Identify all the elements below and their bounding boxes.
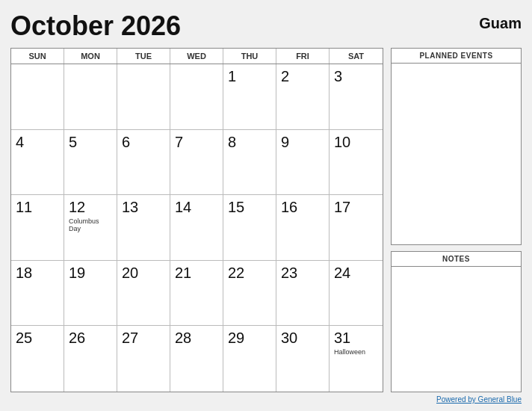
calendar-cell: 26 (64, 326, 117, 392)
day-number: 9 (281, 133, 289, 151)
calendar-cell: 17 (330, 195, 383, 261)
day-number: 1 (228, 67, 236, 85)
day-number: 8 (228, 133, 236, 151)
calendar-cell: 21 (170, 261, 223, 327)
calendar-cell: 12Columbus Day (64, 195, 117, 261)
calendar-cell: 20 (117, 261, 170, 327)
day-number: 26 (69, 329, 85, 347)
calendar-cell (64, 64, 117, 130)
day-header-thu: THU (223, 49, 276, 64)
notes-body (392, 267, 521, 392)
calendar-cell: 30 (276, 326, 330, 392)
day-number: 12 (69, 198, 85, 216)
day-header-mon: MON (64, 49, 117, 64)
day-header-sat: SAT (330, 49, 383, 64)
day-header-sun: SUN (11, 49, 64, 64)
day-number: 29 (228, 329, 244, 347)
calendar-cell: 5 (64, 130, 117, 196)
calendar-cell: 14 (170, 195, 223, 261)
day-number: 11 (16, 198, 32, 216)
calendar-cell: 29 (223, 326, 276, 392)
day-header-tue: TUE (117, 49, 170, 64)
page-title: October 2026 (10, 10, 181, 42)
calendar-cell: 9 (276, 130, 330, 196)
calendar-cell: 23 (276, 261, 330, 327)
day-header-fri: FRI (276, 49, 330, 64)
day-number: 31 (334, 329, 350, 347)
day-header-wed: WED (170, 49, 223, 64)
planned-events-box: PLANNED EVENTS (391, 48, 522, 245)
calendar-grid: 123456789101112Columbus Day1314151617181… (11, 64, 383, 392)
day-number: 28 (175, 329, 191, 347)
calendar-cell (11, 64, 64, 130)
day-number: 24 (334, 264, 350, 282)
day-number: 21 (175, 264, 191, 282)
day-number: 30 (281, 329, 297, 347)
calendar-cell: 4 (11, 130, 64, 196)
main-area: SUNMONTUEWEDTHUFRISAT 123456789101112Col… (10, 48, 522, 392)
calendar-cell: 24 (330, 261, 383, 327)
day-number: 15 (228, 198, 244, 216)
calendar-cell: 8 (223, 130, 276, 196)
day-number: 10 (334, 133, 350, 151)
day-number: 14 (175, 198, 191, 216)
day-number: 4 (16, 133, 24, 151)
day-number: 6 (122, 133, 130, 151)
calendar-cell: 3 (330, 64, 383, 130)
footer: Powered by General Blue (10, 395, 522, 404)
event-label: Halloween (334, 348, 365, 356)
day-number: 23 (281, 264, 297, 282)
day-number: 17 (334, 198, 350, 216)
day-number: 18 (16, 264, 32, 282)
day-number: 2 (281, 67, 289, 85)
day-number: 20 (122, 264, 138, 282)
day-number: 25 (16, 329, 32, 347)
notes-header: NOTES (392, 252, 521, 267)
day-headers: SUNMONTUEWEDTHUFRISAT (11, 49, 383, 64)
page: October 2026 Guam SUNMONTUEWEDTHUFRISAT … (0, 0, 532, 411)
notes-box: NOTES (391, 251, 522, 392)
calendar-cell (117, 64, 170, 130)
day-number: 16 (281, 198, 297, 216)
day-number: 7 (175, 133, 183, 151)
calendar-cell: 1 (223, 64, 276, 130)
calendar-cell: 25 (11, 326, 64, 392)
calendar-cell: 18 (11, 261, 64, 327)
general-blue-link[interactable]: Powered by General Blue (436, 395, 522, 404)
day-number: 27 (122, 329, 138, 347)
calendar-cell (170, 64, 223, 130)
calendar-cell: 7 (170, 130, 223, 196)
day-number: 22 (228, 264, 244, 282)
calendar-cell: 22 (223, 261, 276, 327)
calendar-cell: 13 (117, 195, 170, 261)
day-number: 5 (69, 133, 77, 151)
calendar-cell: 10 (330, 130, 383, 196)
calendar-cell: 31Halloween (330, 326, 383, 392)
day-number: 3 (334, 67, 342, 85)
sidebar: PLANNED EVENTS NOTES (391, 48, 522, 392)
calendar-cell: 28 (170, 326, 223, 392)
calendar-cell: 6 (117, 130, 170, 196)
calendar-cell: 19 (64, 261, 117, 327)
location-label: Guam (479, 10, 522, 32)
day-number: 19 (69, 264, 85, 282)
day-number: 13 (122, 198, 138, 216)
planned-events-body (392, 64, 521, 244)
calendar-cell: 2 (276, 64, 330, 130)
event-label: Columbus Day (69, 217, 112, 232)
calendar-cell: 15 (223, 195, 276, 261)
calendar: SUNMONTUEWEDTHUFRISAT 123456789101112Col… (10, 48, 383, 392)
calendar-cell: 27 (117, 326, 170, 392)
planned-events-header: PLANNED EVENTS (392, 49, 521, 64)
calendar-cell: 11 (11, 195, 64, 261)
header: October 2026 Guam (10, 10, 522, 42)
calendar-cell: 16 (276, 195, 330, 261)
